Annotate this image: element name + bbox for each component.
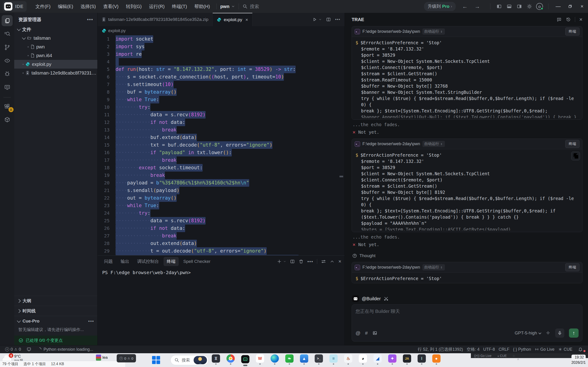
timeline-section[interactable]: 时间线	[14, 306, 97, 316]
panel-tab-Spell Checker[interactable]: Spell Checker	[180, 257, 214, 266]
open-terminal-button[interactable]: 终端	[565, 263, 579, 271]
tree-item-talisman-12e9d8cabc8f7923183...[interactable]: talisman-12e9d8cabc8f7923183...	[14, 69, 97, 77]
cue-more-button[interactable]: •••	[88, 319, 94, 324]
account-avatar[interactable]	[535, 2, 545, 11]
close-button[interactable]: ×	[576, 0, 588, 13]
editor-more-button[interactable]: •••	[335, 17, 340, 22]
badge-app-icon[interactable]: JA	[401, 354, 413, 366]
tree-item-exploit.py[interactable]: exploit.py	[14, 60, 97, 69]
chevron-down-icon[interactable]	[283, 259, 286, 264]
photos-app-icon[interactable]: ▲	[298, 354, 310, 366]
settings-gear-icon[interactable]	[524, 2, 535, 11]
open-terminal-button[interactable]: 终端	[565, 140, 579, 148]
chat-input-box[interactable]: 您正在与 Builder 聊天 @ # GPT-5-high ↑	[352, 304, 582, 342]
terminal-layout-icon[interactable]	[321, 259, 326, 264]
auto-run-badge[interactable]: 自动运行	[422, 28, 445, 35]
status-UTF-8[interactable]: UTF-8	[481, 347, 497, 352]
extensions-icon[interactable]: ⚠	[2, 101, 13, 112]
start-button[interactable]	[152, 356, 160, 364]
tree-item-pwn.i64[interactable]: pwn.i64	[14, 51, 97, 60]
ports-icon[interactable]	[25, 347, 33, 352]
qq-icon[interactable]: ◕	[357, 354, 369, 366]
back-button[interactable]: ←	[460, 2, 470, 11]
model-selector[interactable]: GPT-5-high	[515, 331, 541, 336]
terminal-output[interactable]: PS F:\edge browser\web-2day\pwn>	[98, 267, 345, 345]
panel-tab-调试控制台[interactable]: 调试控制台	[134, 257, 162, 266]
package-icon[interactable]	[2, 114, 13, 125]
command-code-block[interactable]: $$ErrorActionPreference = 'Stop'$remote …	[352, 149, 582, 232]
command-code-block[interactable]: $$ErrorActionPreference = 'Stop'$remote …	[352, 37, 582, 119]
toggle-panel-button[interactable]	[504, 2, 514, 11]
thought-row[interactable]: Thought	[352, 251, 582, 262]
game-app-icon[interactable]: ♜	[210, 354, 222, 366]
status-CUE[interactable]: CUE	[556, 347, 574, 352]
global-search[interactable]: 搜索	[242, 3, 259, 10]
new-terminal-button[interactable]	[277, 259, 282, 264]
outline-section[interactable]: 大纲	[14, 296, 97, 306]
tree-item-pwn[interactable]: pwn	[14, 42, 97, 51]
green-app-icon[interactable]: ❧	[284, 354, 295, 366]
tree-item-talisman[interactable]: talisman	[14, 34, 97, 42]
menu-item[interactable]: 查看(V)	[100, 2, 121, 11]
java-app-icon[interactable]: ♨	[342, 354, 354, 366]
tab-zip[interactable]: talisman-12e9d8cabc8f7923183e981845ce352…	[98, 13, 213, 26]
wireshark-icon[interactable]: ◢	[372, 354, 383, 366]
sparkle-icon[interactable]	[545, 331, 551, 336]
panel-tab-输出[interactable]: 输出	[117, 257, 132, 266]
status-Go-Live[interactable]: Go Live	[533, 347, 556, 352]
notifications-bell[interactable]	[576, 347, 585, 352]
code-editor[interactable]: 1import socket2import sys3import re45def…	[98, 35, 345, 255]
editor-scrollbar[interactable]	[341, 35, 344, 255]
split-terminal-button[interactable]	[290, 259, 295, 264]
command-code-block[interactable]: $$ErrorActionPreference = 'Stop'	[352, 273, 582, 283]
ida-app-icon[interactable]: I	[416, 354, 427, 366]
sidebar-more-button[interactable]: •••	[87, 17, 93, 22]
close-tab-icon[interactable]: ×	[246, 17, 248, 23]
remote-window-icon[interactable]	[2, 82, 13, 93]
mention-button[interactable]: @	[355, 330, 360, 336]
maximize-panel-button[interactable]	[330, 259, 335, 264]
menu-item[interactable]: 运行(R)	[146, 2, 167, 11]
source-control-icon[interactable]	[2, 42, 13, 53]
menu-item[interactable]: 帮助(H)	[191, 2, 213, 11]
explorer-icon[interactable]	[2, 15, 13, 26]
copy-button[interactable]	[571, 152, 580, 160]
history-icon[interactable]	[566, 17, 571, 22]
desktop-file[interactable]: lea	[96, 355, 108, 361]
chrome-icon[interactable]	[225, 354, 236, 366]
tree-item-[interactable]: 文件	[14, 25, 97, 34]
edge-icon[interactable]	[269, 354, 280, 366]
taskbar-search[interactable]: 搜索	[170, 355, 208, 365]
split-editor-button[interactable]	[326, 17, 331, 22]
status-----Python[interactable]: { } Python	[511, 347, 533, 352]
menu-item[interactable]: 选择(S)	[78, 2, 99, 11]
search-highlight-image[interactable]	[194, 356, 207, 364]
new-chat-icon[interactable]	[556, 17, 562, 22]
wps-icon[interactable]: W	[254, 354, 266, 366]
problems-status[interactable]: × 0 ⚠ 0	[3, 347, 23, 352]
trae-app-icon[interactable]	[240, 354, 251, 366]
auto-run-badge[interactable]: 自动运行	[422, 264, 445, 270]
menu-item[interactable]: 转到(G)	[123, 2, 145, 11]
panel-more-button[interactable]: •••	[307, 259, 313, 264]
minimize-button[interactable]: —	[552, 0, 564, 13]
kill-terminal-button[interactable]	[299, 259, 304, 264]
run-file-button[interactable]	[312, 17, 317, 22]
upgrade-pro-button[interactable]: 升级到 Pro ›	[424, 2, 456, 11]
cue-pro-section[interactable]: Cue-Pro •••	[14, 316, 97, 326]
builder-agent-row[interactable]: @Builder	[352, 293, 582, 304]
search-icon[interactable]	[2, 28, 13, 40]
status---52----1-----1392-[interactable]: 行 52, 列 1 (已选择1392)	[416, 347, 465, 352]
context-hash-button[interactable]: #	[365, 330, 368, 336]
menu-item[interactable]: 终端(T)	[169, 2, 190, 11]
status-CRLF[interactable]: CRLF	[497, 347, 511, 352]
breadcrumb[interactable]: exploit.py	[98, 26, 345, 35]
tab-exploit-py[interactable]: exploit.py ×	[213, 13, 252, 26]
debug-icon[interactable]	[2, 68, 13, 79]
status-----4[interactable]: 空格: 4	[465, 347, 481, 352]
ai-app-icon[interactable]: ✦	[387, 354, 398, 366]
project-switcher[interactable]: pwn	[220, 4, 235, 9]
toggle-secondary-sidebar-button[interactable]	[514, 2, 524, 11]
close-trae-panel-button[interactable]: ×	[579, 16, 582, 23]
panel-tab-问题[interactable]: 问题	[101, 257, 116, 266]
